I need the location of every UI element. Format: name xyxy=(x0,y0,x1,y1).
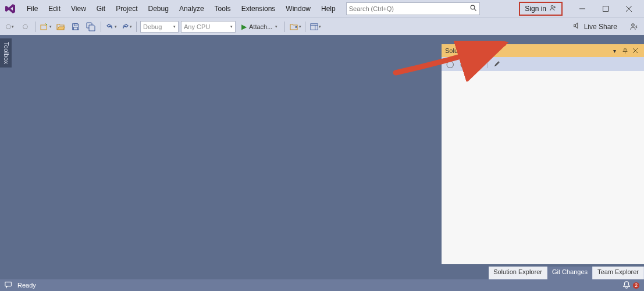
menu-analyze[interactable]: Analyze xyxy=(175,2,209,15)
notifications-icon[interactable] xyxy=(622,281,631,290)
status-bar: Ready 2 xyxy=(0,279,644,291)
panel-dropdown-icon[interactable]: ▾ xyxy=(609,45,620,56)
separator xyxy=(305,22,305,32)
config-dropdown[interactable]: Debug▾ xyxy=(140,21,179,33)
nav-back-button[interactable]: ◯▾ xyxy=(3,20,16,33)
find-in-files-button[interactable]: ▾ xyxy=(289,20,301,33)
person-add-icon xyxy=(549,4,557,14)
menu-project[interactable]: Project xyxy=(111,2,142,15)
menu-tools[interactable]: Tools xyxy=(210,2,236,15)
solution-explorer-header[interactable]: Solution Explorer ▾ xyxy=(442,44,644,57)
svg-point-14 xyxy=(632,23,634,26)
close-button[interactable] xyxy=(617,0,641,17)
maximize-button[interactable] xyxy=(594,0,617,17)
separator xyxy=(101,22,101,32)
toolbox-tab[interactable]: Toolbox xyxy=(0,38,12,68)
menu-bar: File Edit View Git Project Debug Analyze… xyxy=(0,0,644,17)
menu-window[interactable]: Window xyxy=(281,2,315,15)
platform-dropdown[interactable]: Any CPU▾ xyxy=(181,21,236,33)
nav-forward-button[interactable]: ◯ xyxy=(19,20,31,33)
menu-items: File Edit View Git Project Debug Analyze… xyxy=(22,2,340,15)
toolbar: ◯▾ ◯ ▾ ▾ ▾ Debug▾ Any CPU▾ ▶ Attach... ▾… xyxy=(0,17,644,35)
svg-rect-4 xyxy=(603,6,609,12)
tab-git-changes[interactable]: Git Changes xyxy=(547,267,593,279)
layout-button[interactable]: ▾ xyxy=(309,20,322,33)
tab-solution-explorer[interactable]: Solution Explorer xyxy=(489,267,547,279)
search-box[interactable] xyxy=(346,2,480,15)
svg-rect-17 xyxy=(5,282,12,286)
menu-debug[interactable]: Debug xyxy=(144,2,173,15)
menu-git[interactable]: Git xyxy=(92,2,110,15)
properties-icon[interactable] xyxy=(491,58,503,70)
home-icon[interactable] xyxy=(472,58,483,70)
menu-help[interactable]: Help xyxy=(316,2,340,15)
search-icon[interactable] xyxy=(470,5,477,13)
separator xyxy=(35,22,35,32)
editor-area: Toolbox Solution Explorer ▾ ◯ ◯ Solution… xyxy=(0,35,644,279)
vs-logo-icon xyxy=(3,2,17,16)
open-file-button[interactable] xyxy=(54,20,67,33)
solution-explorer-panel: Solution Explorer ▾ ◯ ◯ xyxy=(442,44,644,264)
play-icon: ▶ xyxy=(241,23,247,31)
separator xyxy=(136,22,137,32)
save-all-button[interactable] xyxy=(84,20,97,33)
share-icon xyxy=(572,22,581,31)
svg-line-1 xyxy=(474,9,476,10)
svg-rect-11 xyxy=(311,23,318,30)
pin-icon[interactable] xyxy=(620,45,630,56)
window-controls xyxy=(571,0,641,17)
menu-edit[interactable]: Edit xyxy=(44,2,65,15)
notification-count: 2 xyxy=(633,282,639,289)
feedback-button[interactable] xyxy=(628,20,641,33)
menu-view[interactable]: View xyxy=(66,2,91,15)
menu-file[interactable]: File xyxy=(22,2,42,15)
signin-label: Sign in xyxy=(525,5,546,13)
svg-rect-9 xyxy=(74,23,77,26)
svg-point-8 xyxy=(46,24,47,25)
new-project-button[interactable]: ▾ xyxy=(39,20,52,33)
solution-explorer-body[interactable] xyxy=(442,71,644,264)
solution-explorer-toolbar: ◯ ◯ xyxy=(442,57,644,71)
svg-point-0 xyxy=(471,5,475,9)
search-input[interactable] xyxy=(349,5,470,12)
close-panel-icon[interactable] xyxy=(630,45,641,56)
tab-team-explorer[interactable]: Team Explorer xyxy=(593,267,644,279)
status-text: Ready xyxy=(17,282,36,289)
panel-title: Solution Explorer xyxy=(445,47,609,54)
nav-back-icon[interactable]: ◯ xyxy=(444,58,456,70)
feedback-icon[interactable] xyxy=(5,281,13,290)
save-button[interactable] xyxy=(69,20,82,33)
menu-extensions[interactable]: Extensions xyxy=(237,2,280,15)
start-debug-button[interactable]: ▶ Attach... ▾ xyxy=(238,20,281,33)
svg-point-2 xyxy=(551,5,553,8)
undo-button[interactable]: ▾ xyxy=(105,20,118,33)
bottom-tabs: Solution Explorer Git Changes Team Explo… xyxy=(489,267,644,279)
nav-forward-icon[interactable]: ◯ xyxy=(458,58,469,70)
svg-rect-10 xyxy=(74,27,78,29)
separator xyxy=(284,22,285,32)
redo-button[interactable]: ▾ xyxy=(120,20,133,33)
liveshare-button[interactable]: Live Share xyxy=(568,20,622,33)
minimize-button[interactable] xyxy=(571,0,594,17)
separator xyxy=(487,60,488,68)
signin-button[interactable]: Sign in xyxy=(519,2,563,16)
